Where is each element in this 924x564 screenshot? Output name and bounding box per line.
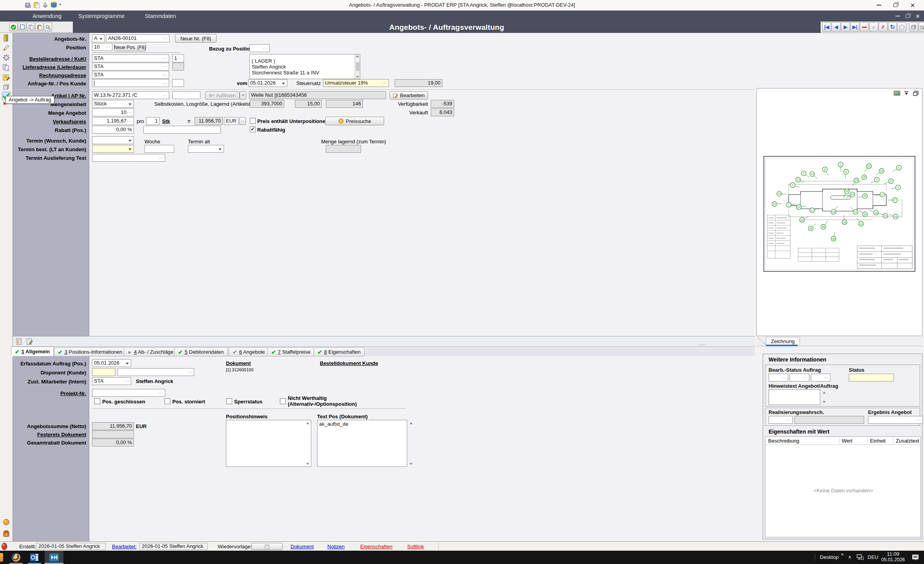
disponent-code-input[interactable] [92,368,116,376]
search-wizard-icon[interactable] [44,23,52,31]
currency-input[interactable]: EUR [224,117,238,125]
restore-button[interactable] [889,0,902,10]
pro-menge-input[interactable]: 1 [146,117,160,125]
package-run-icon[interactable] [919,22,924,32]
bearbeitet-link[interactable]: Bearbeitet: [112,544,137,550]
bearb-status-input-2[interactable] [790,374,809,381]
bezug-input[interactable] [249,44,270,52]
aufloesen-button[interactable]: Auflösen [205,91,240,99]
col-einheit[interactable]: Einheit [870,438,886,444]
neue-nr-button[interactable]: Neue Nr. (F8) [175,34,217,43]
bestelldokument-label[interactable]: Bestelldokument Kunde [320,360,378,366]
textpos-textarea[interactable]: ak_auftxt_de [317,420,407,467]
dokument-ref[interactable]: [1] 312600100 [226,367,253,372]
status-input[interactable] [849,374,894,381]
rabatt-zusatz-input[interactable] [143,126,221,134]
stk-label[interactable]: Stk [162,118,170,124]
desktop-toolbar-label[interactable]: Desktop [820,554,839,560]
commit-icon[interactable]: ✓ [869,22,878,32]
edit-note-icon[interactable] [25,337,34,346]
package-icon[interactable] [909,22,918,32]
orange-package-icon[interactable] [2,530,11,538]
aufloesen-dropdown[interactable] [240,91,246,99]
col-wert[interactable]: Wert [842,438,852,444]
notes-icon[interactable] [2,73,11,81]
scroll-up-icon[interactable] [410,422,413,424]
positionshinweis-textarea[interactable] [226,420,311,467]
lieferadresse-label[interactable]: Lieferadresse /Lieferdauer [16,64,86,70]
dokument-link[interactable]: Dokument [291,544,314,550]
artikel-zusatz-input[interactable] [172,91,200,99]
taskbar-prodat[interactable] [45,551,63,564]
tab-staffelpreise[interactable]: ✔7 Staffelpreise [267,347,314,356]
steuersatz-input[interactable]: Umsatzsteuer 19% [323,79,389,87]
duplicate-doc-icon[interactable] [2,63,11,72]
nav-next-icon[interactable]: ▶ [841,22,850,32]
woche-input[interactable] [144,145,174,153]
delete-record-icon[interactable] [860,22,869,32]
nav-prev-icon[interactable]: ◀ [832,22,841,32]
minimize-button[interactable] [872,0,886,10]
tab-eigenschaften[interactable]: ✔8 Eigenschaften [314,347,365,356]
zust-code-input[interactable]: STA [92,377,131,385]
kukl-input[interactable]: 1 [172,54,184,62]
sperrstatus-checkbox[interactable] [226,398,232,404]
position-input[interactable]: 10 [92,43,112,51]
nav-first-icon[interactable]: |◀ [822,22,831,32]
tab-debitorendaten[interactable]: ✔5 Debitorendaten [174,347,228,356]
tray-expand-icon[interactable]: ∧ [848,554,852,560]
anfrage-nr-input[interactable] [92,79,169,87]
mdi-restore-button[interactable] [903,12,912,20]
mdi-close-button[interactable]: ✕ [913,12,922,20]
projekt-nr-input[interactable] [92,389,165,397]
collapse-icon[interactable] [902,90,910,97]
angebots-nr-input[interactable]: AN26-00101 [106,34,170,42]
mengeneinheit-select[interactable]: Stück [92,100,134,108]
address-listbox[interactable]: ( LAGER ) Steffen Angrick Storchennest S… [249,54,360,79]
language-indicator[interactable]: DEU [868,554,878,560]
notification-center-icon[interactable] [911,554,919,561]
menu-systemprogramme[interactable]: Systemprogramme [78,11,125,22]
confirm-icon[interactable] [9,23,18,31]
pos-storniert-checkbox[interactable] [164,398,170,404]
col-zusatztext[interactable]: Zusatztext [896,438,919,444]
start-partial-icon[interactable] [0,553,3,562]
tab-positions-informationen[interactable]: ✔3 Positions-Informationen [54,347,126,356]
close-button[interactable]: ✕ [906,0,919,10]
scroll-down-icon[interactable] [306,463,309,465]
lieferadresse-input[interactable]: STA [92,63,169,70]
erfassdatum-select[interactable]: 05.01.2026 [92,359,131,367]
clock[interactable]: 11:09 05.01.2026 [880,551,906,562]
bestelleradresse-label[interactable]: Bestelleradresse / KuKl [16,56,86,62]
nicht-werthaltig-checkbox[interactable] [280,398,286,404]
menu-stammdaten[interactable]: Stammdaten [145,11,176,22]
termin-auslieferung-input[interactable] [92,154,165,162]
refresh-icon[interactable]: ↻ [888,22,897,32]
eigenschaften-link[interactable]: Eigenschaften [360,544,392,550]
rechnungsadresse-input[interactable]: STA [92,71,169,79]
network-icon[interactable] [857,554,864,560]
preissuche-button[interactable]: Preissuche [325,117,384,125]
copy-icon[interactable] [27,23,35,31]
festpreis-label[interactable]: Festpreis Dokument [16,432,86,437]
tab-allgemein[interactable]: ✔1 Allgemein [11,347,54,356]
vom-date-select[interactable]: 05.01.2026 [248,79,287,87]
projekt-nr-label[interactable]: Projekt-Nr. [16,390,86,396]
settings-gear-icon[interactable] [2,53,11,62]
taskbar-firefox[interactable] [8,551,24,564]
menge-angebot-input[interactable]: 10 [92,108,134,116]
new-icon[interactable] [18,23,26,31]
neue-pos-button[interactable]: Neue Pos. (F8) [114,43,146,51]
scroll-up-icon[interactable] [823,392,826,394]
ergebnis-input[interactable] [868,416,923,424]
address-scrollbar[interactable] [355,54,360,79]
taskbar-outlook[interactable] [26,551,43,564]
verkaufspreis-label[interactable]: Verkaufspreis [16,119,86,125]
toolbar-chevrons[interactable]: » [841,551,844,557]
exit-icon[interactable] [2,34,11,42]
termin-wunsch-select[interactable] [92,136,134,144]
bearb-status-input-3[interactable] [811,374,830,381]
bestelleradresse-input[interactable]: STA [92,54,169,62]
termin-alt-select[interactable] [188,145,224,153]
package-box-icon[interactable] [2,83,11,91]
